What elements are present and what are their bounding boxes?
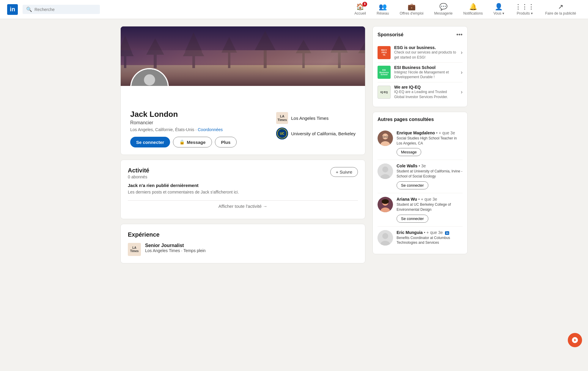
experience-title: Expérience (128, 231, 358, 238)
nav-produits[interactable]: ⋮⋮⋮ Produits ▾ (510, 1, 539, 18)
products-icon: ⋮⋮⋮ (515, 3, 534, 11)
search-input[interactable] (34, 7, 96, 12)
iq-desc: IQ-EQ are a Leading and Trusted Global I… (394, 89, 457, 100)
cole-role: Student at University of California, Irv… (397, 169, 463, 179)
profile-actions: Se connecter 🔒 Message Plus (130, 137, 267, 147)
recyc-desc: Check out our services and products to g… (394, 50, 457, 60)
advertise-icon: ↗ (558, 3, 563, 11)
profile-title: Romancier (130, 120, 267, 125)
activity-empty-title: Jack n'a rien publié dernièrement (128, 183, 358, 188)
nav-publicite[interactable]: ↗ Faire de la publicité (540, 1, 581, 18)
experience-card: Expérience LATimes Senior Journalist Los… (120, 224, 365, 263)
ad-esi: ESIBusinessSchool ESI Business School In… (378, 63, 463, 83)
ucb-logo: UC (276, 128, 288, 139)
other-pages-title: Autres pages consultées (378, 117, 463, 122)
la-times-logo: LATimes (276, 112, 288, 124)
nav-reseau[interactable]: 👥 Réseau (372, 1, 394, 18)
nav-accueil-label: Accueil (354, 11, 366, 15)
activity-empty-desc: Les derniers posts et commentaires de Ja… (128, 190, 358, 194)
nav-offres[interactable]: 💼 Offres d'emploi (395, 1, 428, 18)
connect-button[interactable]: Se connecter (130, 137, 170, 147)
enrique-message-button[interactable]: Message (397, 148, 421, 156)
main-nav: 🏠 8 Accueil 👥 Réseau 💼 Offres d'emploi 💬… (350, 1, 581, 18)
svg-text:UC: UC (280, 132, 284, 135)
exp-company: Los Angeles Times · Temps plein (145, 248, 206, 253)
nav-messagerie[interactable]: 💬 Messagerie (430, 1, 457, 18)
nav-accueil[interactable]: 🏠 8 Accueil (350, 1, 371, 18)
person-ariana: Ariana Wu • + que 3e Student at UC Berke… (378, 193, 463, 227)
ariana-info: Ariana Wu • + que 3e Student at UC Berke… (397, 197, 463, 223)
exp-details: Senior Journalist Los Angeles Times · Te… (145, 243, 206, 256)
ucb-name: University of California, Berkeley (291, 131, 356, 136)
ad-recyc: RECYPROITA ESG is our business. Check ou… (378, 43, 463, 63)
search-icon: 🔍 (26, 7, 32, 12)
nav-vous[interactable]: 👤 Vous ▾ (489, 1, 509, 18)
profile-info-right: LATimes Los Angeles Times UC Univer (276, 110, 356, 147)
coordonnees-link[interactable]: Coordonnées (198, 127, 223, 132)
nav-reseau-label: Réseau (377, 11, 389, 15)
esi-arrow[interactable]: › (461, 69, 463, 76)
sponsored-card: Sponsorisé ••• RECYPROITA ESG is our bus… (372, 26, 468, 107)
enrique-info: Enrique Magdaleno • + que 3e Social Stud… (397, 131, 463, 156)
cole-info: Cole Walls • 3e Student at University of… (397, 164, 463, 189)
ariana-role: Student at UC Berkeley College of Enviro… (397, 202, 463, 212)
cole-connect-button[interactable]: Se connecter (397, 181, 428, 189)
experience-item-0: LATimes Senior Journalist Los Angeles Ti… (128, 243, 358, 256)
recyc-arrow[interactable]: › (461, 49, 463, 56)
linkedin-logo[interactable]: in (7, 4, 18, 15)
search-bar[interactable]: 🔍 (23, 5, 100, 14)
eric-avatar (378, 230, 393, 246)
svg-point-39 (382, 199, 389, 204)
eric-name: Eric Munguia • + que 3e in (397, 230, 463, 235)
sponsored-menu-button[interactable]: ••• (456, 31, 463, 38)
profile-banner (121, 26, 365, 86)
person-eric: Eric Munguia • + que 3e in Benefits Coor… (378, 227, 463, 249)
esi-desc: Intégrez l'école de Management et Dévelo… (394, 70, 457, 80)
activity-card: Activité 0 abonnés + Suivre Jack n'a rie… (120, 160, 365, 219)
nav-messagerie-label: Messagerie (434, 11, 453, 15)
ariana-avatar (378, 197, 393, 212)
other-pages-card: Autres pages consultées (372, 112, 468, 254)
recyc-content: ESG is our business. Check out our servi… (394, 45, 457, 60)
person-cole: Cole Walls • 3e Student at University of… (378, 160, 463, 193)
header: in 🔍 🏠 8 Accueil 👥 Réseau 💼 Offres d'emp… (0, 0, 588, 19)
ariana-connect-button[interactable]: Se connecter (397, 215, 428, 223)
view-all-activity-link[interactable]: Afficher toute l'activité → (128, 200, 358, 212)
message-button[interactable]: 🔒 Message (173, 137, 212, 147)
esi-content: ESI Business School Intégrez l'école de … (394, 65, 457, 80)
avatar-image (131, 69, 168, 86)
svg-point-28 (382, 133, 388, 139)
eric-info: Eric Munguia • + que 3e in Benefits Coor… (397, 230, 463, 246)
recyc-logo: RECYPROITA (378, 46, 391, 59)
nav-produits-label: Produits ▾ (517, 11, 532, 15)
iq-content: We are IQ-EQ IQ-EQ are a Leading and Tru… (394, 85, 457, 100)
more-button[interactable]: Plus (215, 137, 237, 147)
svg-point-41 (382, 233, 388, 239)
profile-info: Jack London Romancier Los Angeles, Calif… (121, 86, 365, 155)
nav-notifications[interactable]: 🔔 Notifications (459, 1, 488, 18)
enrique-role: Social Studies High School Teacher in Lo… (397, 136, 463, 146)
ad-iq: IQ·EQ We are IQ-EQ IQ-EQ are a Leading a… (378, 82, 463, 102)
profile-card: Jack London Romancier Los Angeles, Calif… (120, 26, 365, 155)
eric-degree: • + que 3e (424, 230, 443, 235)
lock-icon: 🔒 (179, 139, 185, 145)
sponsored-header: Sponsorisé ••• (378, 31, 463, 38)
nav-publicite-label: Faire de la publicité (545, 11, 576, 15)
iq-arrow[interactable]: › (461, 89, 463, 95)
exp-la-times-logo: LATimes (128, 243, 141, 256)
activity-header: Activité 0 abonnés + Suivre (128, 167, 358, 179)
float-action-button[interactable] (568, 333, 582, 347)
svg-point-34 (382, 166, 388, 172)
la-times-name: Los Angeles Times (291, 116, 328, 121)
company-ucb: UC University of California, Berkeley (276, 128, 356, 139)
location-text: Los Angeles, Californie, États-Unis (130, 127, 194, 132)
profile-section: Jack London Romancier Los Angeles, Calif… (120, 26, 365, 263)
follow-button[interactable]: + Suivre (330, 167, 358, 177)
exp-job-title: Senior Journalist (145, 243, 206, 248)
you-icon: 👤 (495, 3, 503, 11)
enrique-avatar (378, 131, 393, 146)
jobs-icon: 💼 (408, 3, 416, 11)
enrique-degree: • + que 3e (436, 131, 455, 135)
sidebar: Sponsorisé ••• RECYPROITA ESG is our bus… (372, 26, 468, 263)
main-layout: Jack London Romancier Los Angeles, Calif… (116, 19, 472, 271)
